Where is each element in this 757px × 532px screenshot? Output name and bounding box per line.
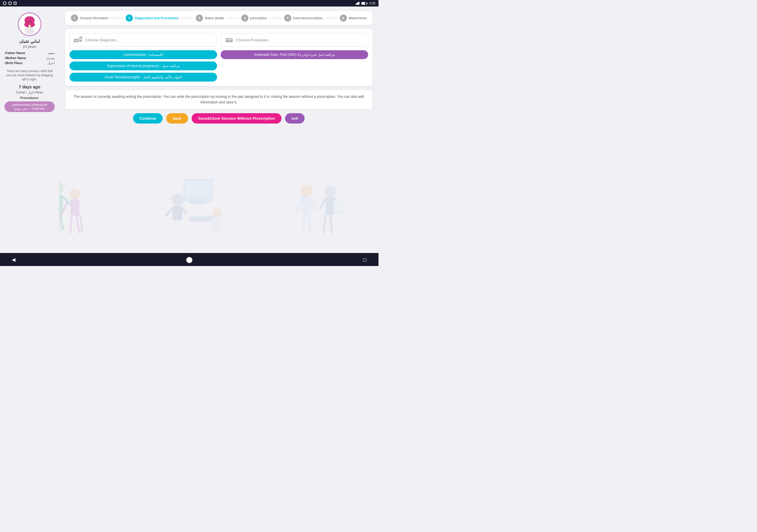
tag-row-3: التهاب الأنف والبلعوم الحاد - Acute Naso… xyxy=(70,73,368,81)
status-bar: 3:05 xyxy=(0,0,378,7)
drag-hint: There are many previous visits that you … xyxy=(4,69,55,81)
tag-row-2: مراقبة حمل - Supervision of normal pregn… xyxy=(70,62,368,70)
procedures-label: Proceduers: xyxy=(20,96,39,100)
center-label: Center: اعزاز-Azaz xyxy=(16,90,43,94)
svg-point-15 xyxy=(231,41,232,42)
svg-point-4 xyxy=(31,22,32,23)
tag-antenatal[interactable]: مراقبة حمل فترة اولى-(ANC-1) Antenatal C… xyxy=(221,50,368,59)
procedure-icon xyxy=(225,36,233,44)
tag-supervision[interactable]: مراقبة حمل - Supervision of normal pregn… xyxy=(70,62,217,70)
main-content: اماني عثمان 24 years سعيد Father Name: ي… xyxy=(0,7,378,253)
step-1: 1 General Information xyxy=(71,15,108,21)
wifi-icon xyxy=(355,2,360,5)
status-bar-right: 3:05 xyxy=(355,1,376,5)
sidebar: اماني عثمان 24 years سعيد Father Name: ي… xyxy=(0,7,59,253)
diagnosis-selectors-row: Choose Diagnosis... Choose Proceduer... xyxy=(70,33,368,47)
avatar-image xyxy=(19,14,40,35)
connector-4 xyxy=(269,18,282,18)
step-6: 6 Attachments xyxy=(340,15,367,21)
step-5-circle: 5 xyxy=(284,15,291,21)
svg-rect-13 xyxy=(227,39,232,40)
svg-point-7 xyxy=(29,25,30,27)
action-buttons: Continue back Save&Close Session Without… xyxy=(65,113,373,124)
step-3: 3 Status details xyxy=(196,15,224,21)
choose-diagnosis-placeholder: Choose Diagnosis... xyxy=(85,38,119,42)
patient-age: 24 years xyxy=(23,44,36,49)
step-2-label: Diagnostics and Procedures xyxy=(135,16,179,20)
step-6-circle: 6 xyxy=(340,15,347,21)
back-button[interactable]: back xyxy=(166,113,188,124)
tag-nasopharyngitis[interactable]: التهاب الأنف والبلعوم الحاد - Acute Naso… xyxy=(70,73,217,81)
step-4: 4 prescription xyxy=(241,15,267,21)
stepper: 1 General Information 2 Diagnostics and … xyxy=(65,11,373,25)
save-close-button[interactable]: Save&Close Session Without Prescription xyxy=(192,113,282,124)
step-4-circle: 4 xyxy=(241,15,248,21)
mother-value: يسرى xyxy=(46,56,55,60)
continue-button[interactable]: Continue xyxy=(133,113,163,124)
connector-2 xyxy=(181,18,194,18)
battery-icon xyxy=(361,2,368,5)
connector-5 xyxy=(325,18,337,18)
diagnosis-area: Choose Diagnosis... Choose Proceduer... xyxy=(65,29,373,86)
back-nav-button[interactable]: ◀ xyxy=(12,257,15,262)
info-message: The session is currently awaiting writin… xyxy=(65,90,373,110)
status-bar-left xyxy=(3,1,16,5)
right-panel: 1 General Information 2 Diagnostics and … xyxy=(59,7,378,253)
diagnosis-icon xyxy=(74,36,82,44)
birth-place-value: اعزاز xyxy=(47,61,55,65)
choose-diagnosis-box[interactable]: Choose Diagnosis... xyxy=(70,33,217,47)
time-display: 3:05 xyxy=(369,1,376,5)
recents-nav-button[interactable]: ◻ xyxy=(363,257,367,262)
svg-point-9 xyxy=(75,39,77,42)
step-3-label: Status details xyxy=(205,16,224,20)
content-wrapper: اماني عثمان 24 years سعيد Father Name: ي… xyxy=(0,7,378,253)
choose-procedure-placeholder: Choose Proceduer... xyxy=(236,38,271,42)
step-3-circle: 3 xyxy=(196,15,203,21)
app-icon-1 xyxy=(3,1,7,5)
app-icon-2 xyxy=(8,1,12,5)
step-2: 2 Diagnostics and Procedures xyxy=(126,15,179,21)
connector-3 xyxy=(227,18,239,18)
birth-place-row: اعزاز Birth Place: xyxy=(4,61,55,65)
procedure-badge: Leishmaniasis Intralesional Treatment-..… xyxy=(4,102,55,112)
step-6-label: Attachments xyxy=(348,16,367,20)
birth-place-label: Birth Place: xyxy=(4,61,22,65)
step-2-circle: 2 xyxy=(126,15,133,21)
mother-label: Mother Name: xyxy=(4,56,26,60)
step-4-label: prescription xyxy=(250,16,267,20)
svg-point-6 xyxy=(25,27,34,34)
patient-name: اماني عثمان xyxy=(19,39,40,44)
step-5: 5 External prescription xyxy=(284,15,322,21)
svg-point-3 xyxy=(28,22,29,23)
tag-row-1: الليشمانيا - Leishmaniasis مراقبة حمل فت… xyxy=(70,50,368,59)
home-nav-button[interactable]: ⬤ xyxy=(186,256,193,263)
choose-procedure-box[interactable]: Choose Proceduer... xyxy=(221,33,368,47)
days-ago: 7 days ago xyxy=(19,84,40,89)
father-info-row: سعيد Father Name: xyxy=(4,51,55,55)
tag-leishmaniasis[interactable]: الليشمانيا - Leishmaniasis xyxy=(70,50,217,59)
step-1-circle: 1 xyxy=(71,15,78,21)
diagnosis-tags: الليشمانيا - Leishmaniasis مراقبة حمل فت… xyxy=(70,50,368,81)
app-icon-3 xyxy=(14,2,16,5)
connector-1 xyxy=(111,18,123,18)
avatar xyxy=(18,13,42,36)
svg-point-11 xyxy=(80,38,82,40)
step-1-label: General Information xyxy=(80,16,108,20)
mother-info-row: يسرى Mother Name: xyxy=(4,56,55,60)
father-label: Father Name: xyxy=(4,51,25,55)
svg-point-14 xyxy=(226,41,227,42)
exit-button[interactable]: exit xyxy=(285,113,305,124)
step-5-label: External prescription xyxy=(293,16,322,20)
father-value: سعيد xyxy=(48,51,55,55)
bottom-nav-bar: ◀ ⬤ ◻ xyxy=(0,253,378,266)
